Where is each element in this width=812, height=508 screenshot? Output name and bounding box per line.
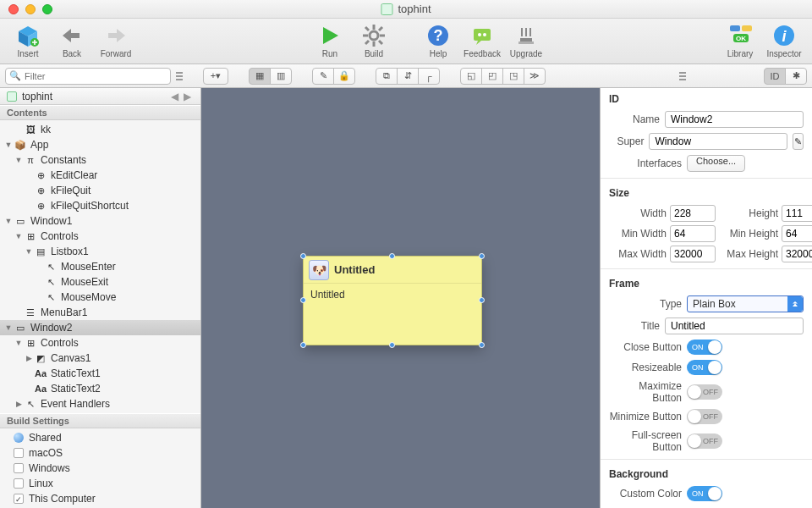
tree-item-app[interactable]: ▼📦App [0, 137, 200, 152]
build-button[interactable]: Build [354, 24, 393, 58]
checkbox[interactable] [14, 478, 24, 489]
maximize-switch[interactable]: OFF [687, 384, 722, 400]
title-field[interactable] [665, 318, 804, 334]
filter-input[interactable] [5, 68, 171, 85]
resize-handle[interactable] [300, 253, 306, 259]
close-button-switch[interactable]: ON [687, 340, 722, 355]
build-macos[interactable]: macOS [0, 445, 200, 461]
nav-next-icon[interactable]: ▶ [181, 91, 194, 102]
maxwidth-label: Max Width [609, 248, 667, 260]
project-name: tophint [22, 91, 168, 102]
layout-canvas[interactable]: 🐶 Untitled Untitled [201, 88, 601, 508]
tree-item-kfilequitshortcut[interactable]: ⊕kFileQuitShortcut [0, 198, 200, 213]
build-shared[interactable]: Shared [0, 430, 200, 445]
height-field[interactable] [782, 205, 812, 222]
tree-item-menubar1[interactable]: ☰MenuBar1 [0, 305, 200, 320]
fullscreen-switch[interactable]: OFF [687, 433, 722, 449]
window-preview[interactable]: 🐶 Untitled Untitled [303, 256, 482, 345]
order-front-button[interactable]: ◱ [460, 68, 482, 85]
text-icon: Aa [34, 383, 47, 395]
build-thiscomputer[interactable]: This Computer [0, 491, 200, 506]
tree-item-mouseexit[interactable]: ↖MouseExit [0, 274, 200, 290]
filter-search[interactable]: 🔍 [5, 68, 171, 85]
add-button[interactable]: +▾ [203, 68, 228, 85]
maximize-label: Maximize Button [609, 380, 682, 404]
minwidth-field[interactable] [670, 225, 716, 242]
tree-item-mouseenter[interactable]: ↖MouseEnter [0, 259, 200, 274]
checkbox[interactable] [14, 448, 24, 458]
insert-button[interactable]: Insert [8, 24, 47, 58]
minimize-switch[interactable]: OFF [687, 409, 722, 424]
maxwidth-field[interactable] [670, 246, 716, 262]
resize-handle[interactable] [300, 297, 306, 303]
help-button[interactable]: ? Help [419, 24, 458, 58]
tree-item-mousemove[interactable]: ↖MouseMove [0, 290, 200, 305]
tree-item-window2[interactable]: ▼▭Window2 [0, 320, 200, 335]
lock-button[interactable]: 🔒 [333, 68, 355, 85]
feedback-button[interactable]: Feedback [463, 24, 502, 58]
ungroup-button[interactable]: ⇵ [397, 68, 419, 85]
resize-handle[interactable] [479, 253, 485, 259]
align-button[interactable]: ┌ [418, 68, 440, 85]
order-back-button[interactable]: ◳ [502, 68, 524, 85]
width-field[interactable] [670, 205, 716, 222]
resize-handle[interactable] [300, 342, 306, 348]
order-forward-button[interactable]: ◰ [481, 68, 503, 85]
tree-item-controls1[interactable]: ▼⊞Controls [0, 229, 200, 244]
minimize-window-icon[interactable] [25, 4, 36, 14]
customcolor-switch[interactable]: ON [687, 486, 722, 501]
maxheight-field[interactable] [782, 246, 812, 262]
inspector-button[interactable]: i Inspector [765, 24, 804, 58]
tree-item-keditclear[interactable]: ⊕kEditClear [0, 168, 200, 183]
nav-prev-icon[interactable]: ◀ [168, 91, 181, 102]
resizeable-switch[interactable]: ON [687, 360, 722, 375]
tree-item-kk[interactable]: 🖼kk [0, 122, 200, 137]
close-window-icon[interactable] [8, 4, 19, 14]
event-icon: ↖ [44, 291, 58, 303]
zoom-window-icon[interactable] [42, 4, 52, 14]
svg-marker-6 [323, 27, 338, 44]
resize-handle[interactable] [389, 342, 395, 348]
resize-handle[interactable] [479, 297, 485, 303]
tree-item-controls2[interactable]: ▼⊞Controls [0, 335, 200, 351]
tree-item-statictext1[interactable]: AaStaticText1 [0, 366, 200, 381]
resize-handle[interactable] [389, 253, 395, 259]
list-icon [176, 72, 183, 80]
inspector-mode-id[interactable]: ID [764, 68, 786, 85]
forward-button[interactable]: Forward [96, 24, 135, 58]
super-field[interactable] [649, 133, 787, 150]
build-linux[interactable]: Linux [0, 476, 200, 491]
tree-item-listbox1[interactable]: ▼▤Listbox1 [0, 244, 200, 259]
overflow-button[interactable]: ≫ [524, 68, 546, 85]
constant-icon: ⊕ [34, 185, 47, 196]
inspector-mode-advanced[interactable]: ✱ [785, 68, 807, 85]
document-icon [381, 3, 392, 15]
build-windows[interactable]: Windows [0, 461, 200, 476]
section-size: Size [601, 182, 812, 202]
interfaces-label: Interfaces [609, 157, 682, 169]
tree-item-window1[interactable]: ▼▭Window1 [0, 213, 200, 229]
minheight-field[interactable] [782, 225, 812, 242]
back-button[interactable]: Back [52, 24, 91, 58]
tree-item-constants[interactable]: ▼πConstants [0, 152, 200, 168]
tree-item-eventhandlers[interactable]: ▶↖Event Handlers [0, 396, 200, 411]
upgrade-button[interactable]: Upgrade [507, 24, 546, 58]
choose-interfaces-button[interactable]: Choose... [687, 155, 745, 172]
resizeable-label: Resizeable [609, 362, 682, 373]
run-button[interactable]: Run [310, 24, 349, 58]
tree-item-canvas1[interactable]: ▶◩Canvas1 [0, 351, 200, 366]
resize-handle[interactable] [479, 342, 485, 348]
view-layout-button[interactable]: ▦ [249, 68, 271, 85]
view-code-button[interactable]: ▥ [270, 68, 292, 85]
group-button[interactable]: ⧉ [376, 68, 398, 85]
type-select[interactable]: Plain Box [687, 295, 804, 312]
tree-item-kfilequit[interactable]: ⊕kFileQuit [0, 183, 200, 198]
name-field[interactable] [665, 111, 804, 128]
edit-button[interactable]: ✎ [312, 68, 334, 85]
checkbox[interactable] [14, 494, 24, 504]
checkbox[interactable] [14, 463, 24, 473]
pi-icon: π [24, 154, 37, 166]
library-button[interactable]: OK Library [721, 24, 760, 58]
tree-item-statictext2[interactable]: AaStaticText2 [0, 381, 200, 396]
edit-super-button[interactable]: ✎ [793, 133, 804, 150]
